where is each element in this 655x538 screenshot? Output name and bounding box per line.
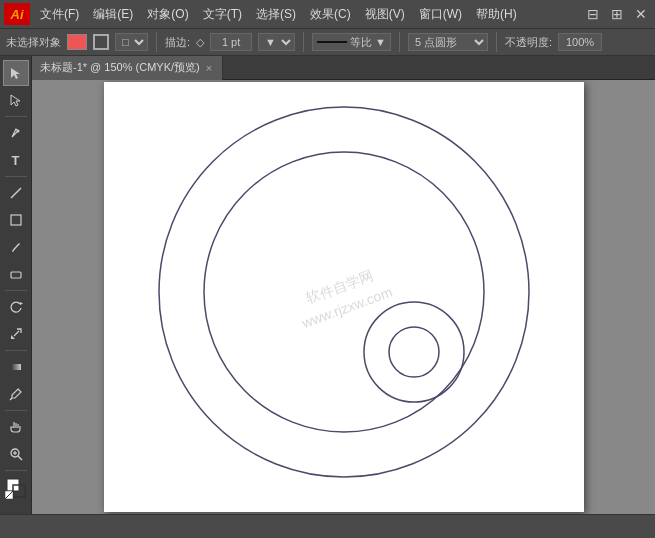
menu-select[interactable]: 选择(S): [250, 4, 302, 25]
paintbrush-tool-button[interactable]: [3, 234, 29, 260]
direct-select-tool-button[interactable]: [3, 87, 29, 113]
menu-edit[interactable]: 编辑(E): [87, 4, 139, 25]
svg-line-11: [18, 456, 22, 460]
eraser-tool-button[interactable]: [3, 261, 29, 287]
stroke-label: 描边:: [165, 35, 190, 50]
menu-bar: 文件(F) 编辑(E) 对象(O) 文字(T) 选择(S) 效果(C) 视图(V…: [34, 4, 579, 25]
maximize-button[interactable]: ⊞: [607, 4, 627, 24]
select-tool-button[interactable]: [3, 60, 29, 86]
stroke-icon: ◇: [196, 36, 204, 49]
title-bar: Ai 文件(F) 编辑(E) 对象(O) 文字(T) 选择(S) 效果(C) 视…: [0, 0, 655, 28]
svg-marker-0: [11, 68, 20, 79]
fill-type-dropdown[interactable]: □: [115, 33, 148, 51]
tool-separator-3: [5, 290, 27, 291]
scale-tool-button[interactable]: [3, 321, 29, 347]
svg-point-20: [364, 302, 464, 402]
eyedropper-tool-button[interactable]: [3, 381, 29, 407]
dash-line-preview: [317, 41, 347, 43]
dash-dropdown-arrow: ▼: [375, 36, 386, 48]
menu-effect[interactable]: 效果(C): [304, 4, 357, 25]
pen-tool-button[interactable]: [3, 120, 29, 146]
svg-point-19: [204, 152, 484, 432]
rotate-tool-button[interactable]: [3, 294, 29, 320]
svg-marker-6: [20, 302, 23, 305]
tool-separator-5: [5, 410, 27, 411]
menu-type[interactable]: 文字(T): [197, 4, 248, 25]
svg-point-2: [16, 130, 19, 133]
type-tool-button[interactable]: T: [3, 147, 29, 173]
toolbar: T: [0, 56, 32, 514]
app-logo: Ai: [4, 3, 30, 25]
close-button[interactable]: ✕: [631, 4, 651, 24]
separator-4: [496, 32, 497, 52]
document-tab[interactable]: 未标题-1* @ 150% (CMYK/预览) ×: [32, 56, 223, 80]
svg-point-18: [159, 107, 529, 477]
dash-label: 等比: [350, 35, 372, 50]
no-selection-label: 未选择对象: [6, 35, 61, 50]
svg-point-21: [389, 327, 439, 377]
artboard: 软件自学网 www.rjzxw.com: [104, 82, 584, 512]
zoom-tool-button[interactable]: [3, 441, 29, 467]
fill-stroke-colors[interactable]: [3, 474, 29, 502]
window-controls: ⊟ ⊞ ✕: [583, 4, 651, 24]
stroke-unit-dropdown[interactable]: ▼: [258, 33, 295, 51]
menu-view[interactable]: 视图(V): [359, 4, 411, 25]
svg-rect-8: [11, 364, 21, 370]
menu-help[interactable]: 帮助(H): [470, 4, 523, 25]
tool-separator-1: [5, 116, 27, 117]
svg-line-3: [11, 188, 21, 198]
svg-line-7: [14, 331, 19, 336]
separator-1: [156, 32, 157, 52]
menu-object[interactable]: 对象(O): [141, 4, 194, 25]
line-tool-button[interactable]: [3, 180, 29, 206]
status-bar: [0, 514, 655, 538]
svg-line-9: [10, 398, 12, 400]
svg-rect-5: [11, 272, 21, 278]
main-layout: T: [0, 56, 655, 514]
fill-color-swatch[interactable]: [67, 34, 87, 50]
menu-window[interactable]: 窗口(W): [413, 4, 468, 25]
tool-separator-2: [5, 176, 27, 177]
brush-type-dropdown[interactable]: 5 点圆形: [408, 33, 488, 51]
separator-3: [399, 32, 400, 52]
minimize-button[interactable]: ⊟: [583, 4, 603, 24]
svg-marker-1: [11, 95, 20, 106]
opacity-input[interactable]: [558, 33, 602, 51]
canvas-surface[interactable]: 软件自学网 www.rjzxw.com: [32, 80, 655, 514]
tab-close-button[interactable]: ×: [206, 62, 212, 74]
shape-tool-button[interactable]: [3, 207, 29, 233]
canvas-area: 未标题-1* @ 150% (CMYK/预览) × 软件自学网 www.rjzx…: [32, 56, 655, 514]
tab-bar: 未标题-1* @ 150% (CMYK/预览) ×: [32, 56, 655, 80]
options-bar: 未选择对象 □ 描边: ◇ ▼ 等比 ▼ 5 点圆形 不透明度:: [0, 28, 655, 56]
separator-2: [303, 32, 304, 52]
tool-separator-6: [5, 470, 27, 471]
gradient-tool-button[interactable]: [3, 354, 29, 380]
stroke-color-swatch[interactable]: [93, 34, 109, 50]
tab-label: 未标题-1* @ 150% (CMYK/预览): [40, 60, 200, 75]
opacity-label: 不透明度:: [505, 35, 552, 50]
hand-tool-button[interactable]: [3, 414, 29, 440]
dash-options[interactable]: 等比 ▼: [312, 33, 391, 51]
menu-file[interactable]: 文件(F): [34, 4, 85, 25]
stroke-width-input[interactable]: [210, 33, 252, 51]
tool-separator-4: [5, 350, 27, 351]
circles-drawing: [104, 82, 584, 512]
svg-rect-4: [11, 215, 21, 225]
